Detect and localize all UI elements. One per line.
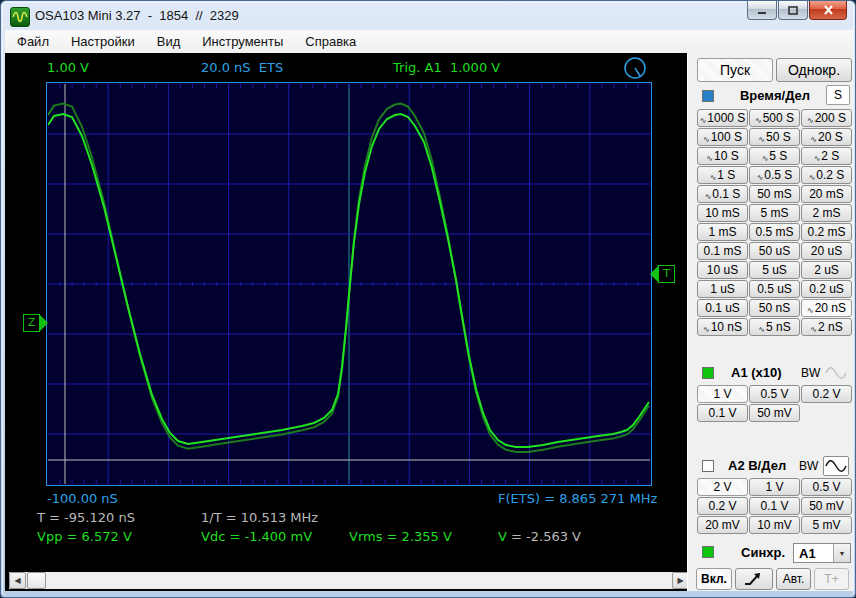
timediv-grid: ∿1000 S∿500 S∿200 S∿100 S∿50 S∿20 S∿10 S…	[697, 109, 852, 336]
oscilloscope-display[interactable]	[46, 82, 652, 486]
a2-scale-button[interactable]: 0.5 V	[801, 478, 852, 496]
timediv-button[interactable]: 20 uS	[801, 242, 852, 260]
chevron-down-icon[interactable]: ▼	[833, 544, 850, 562]
cursor-v-readout: V = -2.563 V	[498, 529, 581, 544]
timediv-button[interactable]: 20 mS	[801, 185, 852, 203]
sync-on-button[interactable]: Вкл.	[696, 568, 732, 590]
timediv-button[interactable]: ∿500 S	[749, 109, 800, 127]
timediv-button[interactable]: 50 mS	[749, 185, 800, 203]
trigger-slope-button[interactable]	[735, 568, 773, 590]
timediv-button[interactable]: ∿2 S	[801, 147, 852, 165]
title-bar[interactable]: OSA103 Mini 3.27 - 1854 // 2329	[1, 1, 855, 30]
timediv-button[interactable]: ∿10 nS	[697, 318, 748, 336]
app-window: OSA103 Mini 3.27 - 1854 // 2329 Файл Нас…	[0, 0, 856, 598]
horizontal-scrollbar[interactable]: ◀ ▶	[9, 572, 689, 589]
menu-settings[interactable]: Настройки	[61, 31, 145, 52]
maximize-button[interactable]	[778, 1, 808, 20]
a2-scale-button[interactable]: 10 mV	[749, 516, 800, 534]
a2-scale-button[interactable]: 0.1 V	[749, 497, 800, 515]
a1-scale-button[interactable]: 0.2 V	[801, 385, 852, 403]
a2-bandwidth-limit-icon[interactable]	[823, 456, 849, 476]
mode-prefix-icon: ∿	[757, 173, 764, 182]
z-cursor-marker[interactable]: Z	[23, 314, 48, 332]
timediv-button[interactable]: 1 uS	[697, 280, 748, 298]
timediv-button[interactable]: ∿20 nS	[801, 299, 852, 317]
a2-scale-button[interactable]: 20 mV	[697, 516, 748, 534]
a1-scale-button[interactable]: 0.5 V	[749, 385, 800, 403]
acquisition-spinner-icon	[623, 56, 647, 80]
close-button[interactable]	[809, 1, 847, 20]
menu-help[interactable]: Справка	[295, 31, 366, 52]
timediv-button[interactable]: 0.1 mS	[697, 242, 748, 260]
t-plus-button[interactable]: T+	[814, 568, 849, 590]
timediv-button[interactable]: 5 mS	[749, 204, 800, 222]
mode-prefix-icon: ∿	[810, 325, 817, 334]
run-button[interactable]: Пуск	[697, 58, 773, 82]
a1-scale-button[interactable]: 0.1 V	[697, 404, 748, 422]
a1-bandwidth-limit-icon[interactable]	[823, 363, 849, 383]
timediv-button[interactable]: 2 uS	[801, 261, 852, 279]
a2-scale-button[interactable]: 0.2 V	[697, 497, 748, 515]
menu-tools[interactable]: Инструменты	[192, 31, 293, 52]
sync-color-swatch[interactable]	[702, 546, 714, 558]
timediv-button[interactable]: 0.2 uS	[801, 280, 852, 298]
timediv-button[interactable]: ∿200 S	[801, 109, 852, 127]
timediv-button[interactable]: 10 uS	[697, 261, 748, 279]
scrollbar-thumb[interactable]	[27, 572, 46, 589]
a2-scale-button[interactable]: 2 V	[697, 478, 748, 496]
timediv-button[interactable]: 50 nS	[749, 299, 800, 317]
timediv-button[interactable]: ∿100 S	[697, 128, 748, 146]
timediv-button[interactable]: 0.5 mS	[749, 223, 800, 241]
menu-file[interactable]: Файл	[7, 31, 59, 52]
scroll-left-arrow[interactable]: ◀	[9, 572, 26, 589]
timediv-button[interactable]: 0.2 mS	[801, 223, 852, 241]
timediv-button[interactable]: 10 mS	[697, 204, 748, 222]
timediv-button[interactable]: 50 uS	[749, 242, 800, 260]
channel-a2-enable-checkbox[interactable]	[702, 460, 714, 472]
timediv-button[interactable]: 5 uS	[749, 261, 800, 279]
a1-scale-button[interactable]: 1 V	[697, 385, 748, 403]
sync-section-title: Синхр.	[741, 545, 785, 560]
timediv-button[interactable]: ∿0.5 S	[749, 166, 800, 184]
mode-prefix-icon: ∿	[814, 154, 821, 163]
mode-prefix-icon: ∿	[710, 173, 717, 182]
timebase-color-swatch[interactable]	[702, 90, 714, 102]
timebase-readout: 20.0 nS ETS	[201, 60, 283, 75]
a1-section-title: A1 (x10)	[731, 365, 782, 380]
a2-scale-button[interactable]: 1 V	[749, 478, 800, 496]
trigger-level-marker[interactable]: T	[650, 265, 675, 283]
single-shot-button[interactable]: Однокр.	[776, 58, 852, 82]
sync-source-select[interactable]: A1 ▼	[793, 543, 851, 563]
timediv-button[interactable]: ∿5 nS	[749, 318, 800, 336]
a2-scale-button[interactable]: 50 mV	[801, 497, 852, 515]
timediv-button[interactable]: ∿10 S	[697, 147, 748, 165]
mode-prefix-icon: ∿	[810, 135, 817, 144]
menu-view[interactable]: Вид	[147, 31, 191, 52]
timediv-button[interactable]: ∿0.1 S	[697, 185, 748, 203]
trigger-readout: Trig. A1 1.000 V	[393, 60, 500, 75]
timediv-button[interactable]: ∿0.2 S	[801, 166, 852, 184]
channel-a1-enable-swatch[interactable]	[702, 367, 714, 379]
a2-scale-button[interactable]: 5 mV	[801, 516, 852, 534]
timediv-button[interactable]: 1 mS	[697, 223, 748, 241]
mode-prefix-icon: ∿	[807, 306, 814, 315]
mode-prefix-icon: ∿	[762, 154, 769, 163]
auto-trigger-button[interactable]: Авт.	[776, 568, 811, 590]
timediv-button[interactable]: ∿5 S	[749, 147, 800, 165]
minimize-button[interactable]	[747, 1, 777, 20]
timediv-button[interactable]: 0.1 uS	[697, 299, 748, 317]
timebase-section-title: Время/Дел	[729, 88, 821, 103]
timediv-button[interactable]: ∿20 S	[801, 128, 852, 146]
vrms-readout: Vrms = 2.355 V	[349, 529, 452, 544]
timediv-button[interactable]: ∿1 S	[697, 166, 748, 184]
timediv-button[interactable]: 2 mS	[801, 204, 852, 222]
timediv-button[interactable]: 0.5 uS	[749, 280, 800, 298]
ets-frequency-readout: F(ETS) = 8.865 271 MHz	[498, 491, 657, 506]
timebase-unit-box[interactable]: S	[826, 85, 850, 105]
timediv-button[interactable]: ∿1000 S	[697, 109, 748, 127]
timediv-button[interactable]: ∿50 S	[749, 128, 800, 146]
window-title: OSA103 Mini 3.27 - 1854 // 2329	[35, 8, 239, 23]
vpp-readout: Vpp = 6.572 V	[37, 529, 132, 544]
a1-scale-button[interactable]: 50 mV	[749, 404, 800, 422]
timediv-button[interactable]: ∿2 nS	[801, 318, 852, 336]
